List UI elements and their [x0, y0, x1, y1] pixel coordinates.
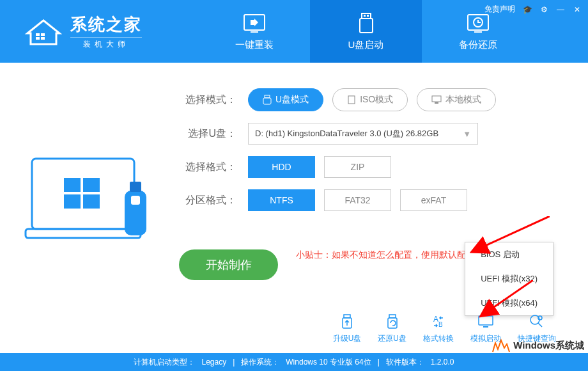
svg-rect-15 [64, 178, 81, 192]
restore-usb-icon [383, 313, 401, 331]
disclaimer-link[interactable]: 免责声明 [484, 4, 515, 15]
svg-rect-33 [479, 316, 493, 325]
mode-local-button[interactable]: 本地模式 [417, 88, 496, 111]
partition-ntfs-button[interactable]: NTFS [248, 189, 315, 211]
boot-popup-menu: BIOS 启动 UEFI 模拟(x32) UEFI 模拟(x64) [465, 242, 553, 316]
format-zip-button[interactable]: ZIP [324, 156, 391, 178]
popup-uefi64[interactable]: UEFI 模拟(x64) [465, 291, 553, 315]
svg-rect-26 [435, 102, 438, 104]
tab-reinstall[interactable]: 一键重装 [198, 0, 310, 63]
status-bar: 计算机启动类型： Legacy | 操作系统： Windows 10 专业版 6… [0, 353, 588, 371]
logo-area: 系统之家 装机大师 [0, 13, 142, 50]
status-boot-label: 计算机启动类型： [134, 357, 195, 368]
partition-exfat-button[interactable]: exFAT [400, 189, 467, 211]
svg-rect-11 [474, 31, 482, 33]
watermark-logo-icon [491, 338, 511, 353]
watermark: Windows系统城 [491, 338, 584, 353]
status-ver-label: 软件版本： [386, 357, 424, 368]
svg-rect-23 [263, 98, 271, 104]
watermark-text: Windows系统城 [513, 340, 584, 352]
svg-rect-13 [32, 159, 134, 229]
status-os-value: Windows 10 专业版 64位 [286, 357, 371, 368]
tab-usb-boot[interactable]: U盘启动 [310, 0, 422, 63]
svg-rect-6 [362, 13, 371, 19]
svg-rect-21 [131, 196, 140, 205]
svg-rect-22 [265, 95, 270, 98]
tab-backup-label: 备份还原 [459, 39, 497, 51]
tab-reinstall-label: 一键重装 [235, 39, 274, 51]
svg-rect-18 [83, 194, 100, 209]
label-mode: 选择模式： [179, 93, 236, 107]
svg-text:A: A [433, 315, 438, 324]
usb-small-icon [263, 95, 272, 105]
svg-rect-25 [432, 96, 441, 102]
popup-bios[interactable]: BIOS 启动 [465, 242, 553, 267]
row-partition: 分区格式： NTFS FAT32 exFAT [179, 189, 562, 211]
svg-rect-0 [36, 33, 40, 36]
usb-icon [352, 12, 380, 35]
tool-convert[interactable]: AB 格式转换 [423, 313, 454, 344]
status-ver-value: 1.2.0.0 [431, 358, 454, 367]
nav-tabs: 一键重装 U盘启动 备份还原 [198, 0, 534, 63]
window-controls: 免责声明 🎓 ⚙ — ✕ [484, 4, 582, 15]
popup-uefi32[interactable]: UEFI 模拟(x32) [465, 267, 553, 291]
logo-subtitle: 装机大师 [70, 37, 142, 50]
svg-rect-8 [364, 15, 366, 17]
illustration [0, 88, 179, 280]
chevron-down-icon: ▼ [463, 129, 471, 139]
row-usb: 选择U盘： D: (hd1) KingstonDataTraveler 3.0 … [179, 123, 562, 145]
header: 系统之家 装机大师 一键重装 U盘启动 备份还原 免责声明 🎓 ⚙ — [0, 0, 588, 63]
usb-select[interactable]: D: (hd1) KingstonDataTraveler 3.0 (U盘) 2… [248, 123, 478, 145]
svg-rect-24 [348, 96, 355, 104]
minimize-icon[interactable]: — [556, 5, 565, 14]
partition-fat32-button[interactable]: FAT32 [324, 189, 391, 211]
logo-title: 系统之家 [70, 13, 142, 36]
svg-rect-3 [41, 37, 45, 40]
label-partition: 分区格式： [179, 194, 236, 207]
svg-text:B: B [438, 321, 443, 328]
simulate-icon [477, 313, 495, 331]
reinstall-icon [240, 12, 268, 35]
tab-usb-boot-label: U盘启动 [348, 39, 384, 51]
start-button[interactable]: 开始制作 [179, 249, 278, 280]
svg-rect-1 [41, 33, 45, 36]
shortcut-icon [528, 313, 546, 331]
upgrade-usb-icon [338, 313, 356, 331]
svg-rect-14 [26, 229, 141, 238]
iso-icon [347, 95, 356, 105]
mode-usb-button[interactable]: U盘模式 [248, 88, 323, 111]
tool-restore[interactable]: 还原U盘 [378, 313, 406, 344]
convert-icon: AB [429, 313, 447, 331]
logo-icon [24, 15, 63, 47]
format-hdd-button[interactable]: HDD [248, 156, 315, 178]
status-boot-value: Legacy [201, 358, 226, 367]
label-format: 选择格式： [179, 161, 236, 174]
svg-rect-34 [483, 326, 488, 328]
label-usb: 选择U盘： [179, 127, 236, 141]
svg-rect-17 [64, 194, 81, 209]
mode-iso-button[interactable]: ISO模式 [332, 88, 408, 111]
row-format: 选择格式： HDD ZIP [179, 156, 562, 178]
svg-rect-16 [83, 178, 100, 192]
row-mode: 选择模式： U盘模式 ISO模式 本地模式 [179, 88, 562, 111]
status-os-label: 操作系统： [241, 357, 279, 368]
hat-icon[interactable]: 🎓 [523, 5, 532, 14]
svg-rect-7 [360, 19, 373, 33]
tip-text: 小贴士：如果不知道怎么配置，使用默认配置 [296, 249, 475, 261]
svg-rect-20 [130, 182, 141, 192]
gear-icon[interactable]: ⚙ [539, 5, 548, 14]
close-icon[interactable]: ✕ [573, 5, 582, 14]
usb-selected-value: D: (hd1) KingstonDataTraveler 3.0 (U盘) 2… [255, 128, 438, 139]
svg-rect-5 [251, 31, 258, 33]
svg-rect-2 [36, 37, 40, 40]
svg-rect-9 [367, 15, 369, 17]
backup-icon [464, 12, 492, 35]
monitor-icon [431, 95, 442, 104]
tool-upgrade[interactable]: 升级U盘 [333, 313, 362, 344]
